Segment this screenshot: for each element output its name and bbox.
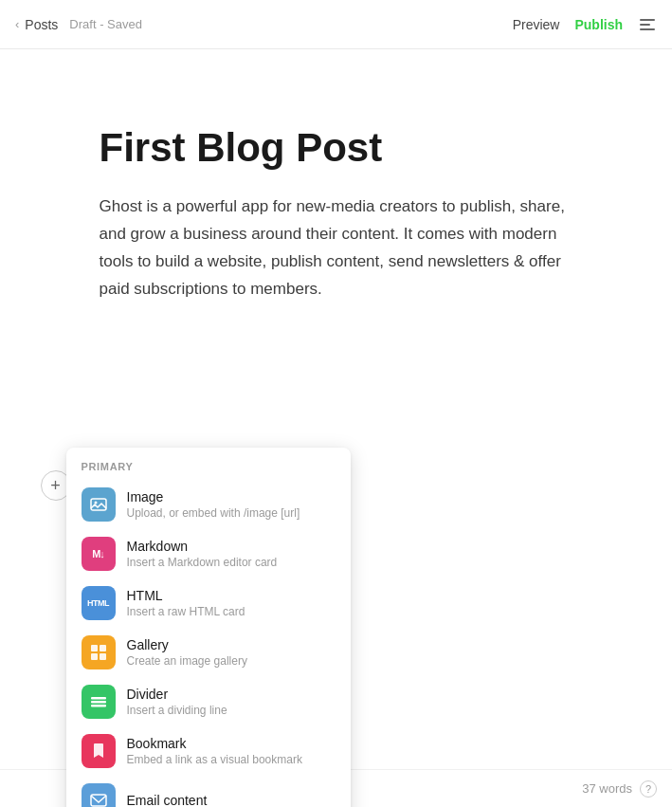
svg-rect-8 bbox=[91, 705, 106, 707]
markdown-icon: M↓ bbox=[82, 537, 116, 571]
svg-rect-2 bbox=[91, 645, 98, 651]
html-item-text: HTML Insert a raw HTML card bbox=[127, 587, 245, 620]
bookmark-item-text: Bookmark Embed a link as a visual bookma… bbox=[127, 735, 302, 768]
svg-rect-4 bbox=[91, 653, 98, 660]
divider-item-title: Divider bbox=[127, 686, 227, 703]
help-button[interactable]: ? bbox=[640, 780, 657, 798]
sidebar-icon-line1 bbox=[640, 19, 655, 21]
block-item-bookmark[interactable]: Bookmark Embed a link as a visual bookma… bbox=[66, 726, 351, 776]
draft-status: Draft - Saved bbox=[69, 17, 142, 31]
svg-rect-9 bbox=[91, 795, 106, 806]
sidebar-icon-line3 bbox=[640, 28, 655, 30]
divider-icon bbox=[82, 685, 116, 719]
divider-item-text: Divider Insert a dividing line bbox=[127, 686, 227, 719]
top-nav: ‹ Posts Draft - Saved Preview Publish bbox=[0, 0, 672, 49]
email-item-text: Email content bbox=[127, 792, 208, 807]
svg-rect-6 bbox=[91, 697, 106, 700]
sidebar-toggle-button[interactable] bbox=[638, 15, 657, 34]
block-item-email[interactable]: Email content bbox=[66, 776, 351, 807]
gallery-icon bbox=[82, 635, 116, 669]
email-icon bbox=[82, 783, 116, 807]
markdown-item-desc: Insert a Markdown editor card bbox=[127, 556, 278, 571]
post-title[interactable]: First Blog Post bbox=[100, 125, 573, 171]
image-item-title: Image bbox=[127, 488, 300, 505]
gallery-item-desc: Create an image gallery bbox=[127, 654, 247, 669]
divider-item-desc: Insert a dividing line bbox=[127, 704, 227, 719]
back-nav[interactable]: ‹ Posts bbox=[15, 17, 58, 32]
block-item-markdown[interactable]: M↓ Markdown Insert a Markdown editor car… bbox=[66, 529, 351, 578]
html-icon: HTML bbox=[82, 586, 116, 620]
block-item-divider[interactable]: Divider Insert a dividing line bbox=[66, 677, 351, 726]
block-item-html[interactable]: HTML HTML Insert a raw HTML card bbox=[66, 578, 351, 628]
markdown-item-title: Markdown bbox=[127, 538, 278, 555]
gallery-item-title: Gallery bbox=[127, 636, 247, 653]
preview-button[interactable]: Preview bbox=[513, 17, 560, 32]
word-count-label: 37 words bbox=[582, 781, 632, 796]
bookmark-item-title: Bookmark bbox=[127, 735, 302, 752]
content-area: First Blog Post Ghost is a powerful app … bbox=[5, 49, 668, 391]
word-count: 37 words ? bbox=[582, 780, 657, 798]
svg-rect-5 bbox=[100, 653, 106, 660]
svg-rect-0 bbox=[91, 499, 106, 510]
markdown-item-text: Markdown Insert a Markdown editor card bbox=[127, 538, 278, 571]
bookmark-icon bbox=[82, 734, 116, 768]
email-item-title: Email content bbox=[127, 792, 208, 807]
bookmark-item-desc: Embed a link as a visual bookmark bbox=[127, 753, 302, 768]
svg-rect-7 bbox=[91, 701, 106, 704]
posts-link[interactable]: Posts bbox=[25, 17, 58, 32]
svg-rect-3 bbox=[100, 645, 106, 651]
html-item-title: HTML bbox=[127, 587, 245, 604]
post-body[interactable]: Ghost is a powerful app for new-media cr… bbox=[100, 193, 573, 303]
sidebar-icon-line2 bbox=[640, 24, 650, 26]
block-item-gallery[interactable]: Gallery Create an image gallery bbox=[66, 628, 351, 677]
block-picker-dropdown: PRIMARY Image Upload, or embed with /ima… bbox=[66, 448, 351, 807]
back-chevron-icon: ‹ bbox=[15, 17, 19, 31]
block-item-image[interactable]: Image Upload, or embed with /image [url] bbox=[66, 480, 351, 529]
html-item-desc: Insert a raw HTML card bbox=[127, 605, 245, 620]
gallery-item-text: Gallery Create an image gallery bbox=[127, 636, 247, 669]
nav-actions: Preview Publish bbox=[513, 15, 657, 34]
image-icon bbox=[82, 487, 116, 522]
dropdown-section-label: PRIMARY bbox=[66, 448, 351, 480]
image-item-desc: Upload, or embed with /image [url] bbox=[127, 506, 300, 522]
image-item-text: Image Upload, or embed with /image [url] bbox=[127, 488, 300, 522]
publish-button[interactable]: Publish bbox=[574, 17, 623, 32]
